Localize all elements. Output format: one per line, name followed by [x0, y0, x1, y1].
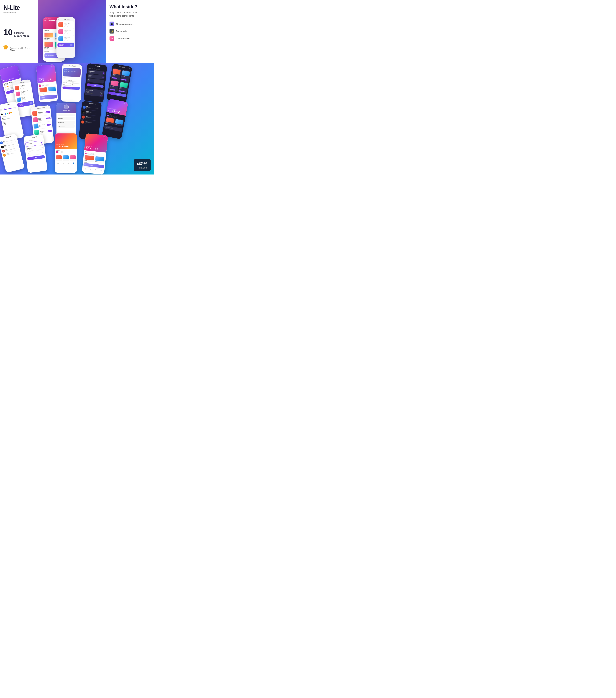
cart-item-img-1 [58, 22, 63, 27]
fav-buy-3[interactable]: Choose [47, 124, 51, 126]
right-panel: What Inside? Fully customizable app flow… [106, 0, 154, 63]
screens-icon: 📱 [110, 22, 114, 26]
product-card-3[interactable]: Nike Force $115.00 [44, 41, 54, 50]
cart-back-icon[interactable]: ← [58, 18, 59, 20]
sketch-icon [3, 45, 8, 50]
favourites-row[interactable]: My Favourites › [57, 121, 75, 124]
cart-header: ← My Cart [56, 17, 75, 21]
qty-plus-btn-2[interactable]: + [24, 93, 25, 95]
phone-dark-shipping: ← Shipping Choose your shipping method F… [84, 63, 107, 103]
cart-title: My Cart [60, 19, 74, 20]
feature-item-dark: 🌙 Dark mode [110, 29, 151, 33]
cart-item-2: NIKE React Presto $ 119.00 − 1 + [57, 28, 74, 35]
cart-qty-2: − 1 + [64, 32, 73, 34]
qty-num-1: 1 [66, 25, 66, 26]
cart-item-price-3: $ 99.00 [64, 38, 73, 39]
feature-label-screens: 10 design screens [116, 23, 134, 25]
phone-joyride-hero: New York Season JOYRIDE 🔍 ♡ Featured Nik… [36, 64, 58, 103]
cart-item-price-1: $ 109.99 [64, 24, 73, 25]
compat-text: Compatible with XD and Figma [10, 47, 34, 51]
feature-label-dark: Dark mode [116, 30, 127, 32]
watermark: ui老爸 uil8.com [134, 159, 151, 171]
fav-buy-1[interactable]: Choose [45, 111, 50, 113]
phone-cart: ← My Cart NIKE Air Vapor $ 109.99 − 1 + [56, 17, 75, 58]
qty-plus-btn-3[interactable]: + [25, 99, 26, 100]
brand-name: N-Lite [3, 4, 34, 11]
qty-plus-btn[interactable]: + [23, 87, 24, 89]
qty-minus-btn[interactable]: − [20, 87, 22, 89]
feature-label-custom: Customizable [116, 37, 129, 40]
qty-minus-btn-2[interactable]: − [21, 94, 23, 95]
phone-sales: New York Season JOYRIDE ← Sneakers Nike … [55, 134, 77, 173]
qty-minus-3[interactable]: − [64, 39, 66, 41]
payment-row[interactable]: Payment Details › [57, 124, 75, 128]
qty-plus-3[interactable]: + [67, 39, 68, 41]
add-to-cart-dark-3[interactable]: ADD TO CART [110, 89, 115, 91]
dark-mode-icon: 🌙 [110, 29, 114, 33]
center-phones-area: New York Season JOYRIDE 🔍 ♡ ← Featured N… [38, 0, 106, 63]
dark-product-4[interactable]: Nike Force $99.00 ADD TO CART [118, 81, 129, 94]
card-number-input[interactable]: 1234 5678 9012 3456 [62, 79, 80, 82]
cart-item-img-2 [58, 29, 63, 34]
cart-total-bar: Total 3 items $ 327.99 → [57, 43, 74, 47]
add-to-cart-dark-4[interactable]: ADD TO CART [119, 90, 125, 93]
qty-num-2: 1 [66, 32, 66, 33]
qty-minus-2[interactable]: − [64, 32, 66, 34]
customizable-icon: ⚙ [110, 36, 114, 41]
cart-item-1: NIKE Air Vapor $ 109.99 − 1 + [57, 22, 74, 28]
cart-qty-3: − 1 + [64, 39, 73, 41]
qty-plus-2[interactable]: + [67, 32, 68, 34]
cart-total-info: Total 3 items $ 327.99 [59, 44, 64, 46]
feature-list: 📱 10 design screens 🌙 Dark mode ⚙ Custom… [110, 22, 151, 41]
brand-category: e-commerce [3, 11, 34, 14]
checkout-arrow-btn[interactable]: → [29, 102, 32, 104]
product-img-3 [44, 42, 53, 47]
top-section: N-Lite e-commerce 10 screens& dark mode … [0, 0, 154, 63]
what-inside-title: What Inside? [110, 4, 151, 10]
phone-sneakers-bottom-right: New York Season JOYRIDE 🔍 ♡ Featured Nik… [82, 133, 108, 174]
qty-minus-1[interactable]: − [64, 25, 66, 27]
watermark-main: ui老爸 [137, 161, 148, 166]
phone-notification-light: ← Notification N Nike The new Nike Air F… [0, 134, 25, 173]
expiry-input[interactable]: 12/25 [62, 83, 71, 86]
feature-item-custom: ⚙ Customizable [110, 36, 151, 41]
add-to-cart-dark-1[interactable]: ADD TO CART [112, 77, 117, 79]
qty-minus-btn-3[interactable]: − [22, 99, 24, 101]
cvv-input[interactable]: *** [71, 83, 80, 86]
screens-count: 10 screens& dark mode [3, 28, 34, 38]
next-button[interactable]: NEXT [62, 86, 80, 90]
bottom-section: NIKE Air Max 270 ← NIKE Air Max 270 $ 12… [0, 63, 154, 174]
left-panel: N-Lite e-commerce 10 screens& dark mode … [0, 0, 38, 63]
cart-item-info-1: NIKE Air Vapor $ 109.99 − 1 + [64, 23, 73, 27]
cart-total-amount: $ 327.99 [59, 45, 64, 46]
dark-product-3[interactable]: Nike React $129.00 ADD TO CART [109, 80, 120, 92]
my-orders-row[interactable]: My Orders › [57, 117, 75, 120]
product-img-1 [44, 33, 53, 38]
phone-dark-product-grid: ← Sneakers 🔍 Nike Air Max $109.99 ADD TO… [107, 64, 132, 103]
watermark-sub: uil8.com [137, 166, 148, 169]
add-to-cart-dark-2[interactable]: ADD TO CART [121, 79, 127, 81]
fav-buy-2[interactable]: Choose [46, 117, 51, 120]
cart-item-info-3: NIKE Air Force $ 99.00 − 1 + [64, 37, 73, 41]
cart-item-img-3 [58, 36, 63, 41]
dark-product-1[interactable]: Nike Air Max $109.99 ADD TO CART [111, 68, 122, 81]
cart-qty-1: − 1 + [64, 25, 73, 27]
phone-payment: ← Card Details Card Number 1234 56** ***… [61, 64, 82, 102]
cart-item-info-2: NIKE React Presto $ 119.00 − 1 + [64, 30, 73, 34]
dark-product-2[interactable]: Nike Vapor $119.00 ADD TO CART [120, 70, 131, 82]
feature-item-screens: 📱 10 design screens [110, 22, 151, 26]
cart-item-3: NIKE Air Force $ 99.00 − 1 + [57, 36, 74, 42]
what-inside-subtitle: Fully customizable app flowwith dozens c… [110, 11, 151, 17]
qty-plus-1[interactable]: + [67, 25, 68, 27]
phone-dark-joyride: New York Season JOYRIDE 🔍 ♡ Featured Nik… [102, 99, 128, 139]
next-ship-button[interactable]: NEXT [87, 83, 104, 88]
cart-checkout-button[interactable]: → [70, 44, 72, 46]
screens-label: screens& dark mode [14, 31, 30, 38]
cart-item-price-2: $ 119.00 [64, 31, 73, 32]
qty-num-3: 1 [66, 39, 66, 40]
phone-bottom-nav: 🏠 ⊞ 🛍 👤 [43, 61, 65, 61]
ship-next-button[interactable]: NEXT [27, 155, 45, 160]
fav-buy-4[interactable]: Choose [47, 130, 52, 132]
product-card-1[interactable]: Nike Air Max $109.99 [44, 32, 54, 41]
balance-row[interactable]: Balance $ 390.95 [57, 114, 75, 116]
